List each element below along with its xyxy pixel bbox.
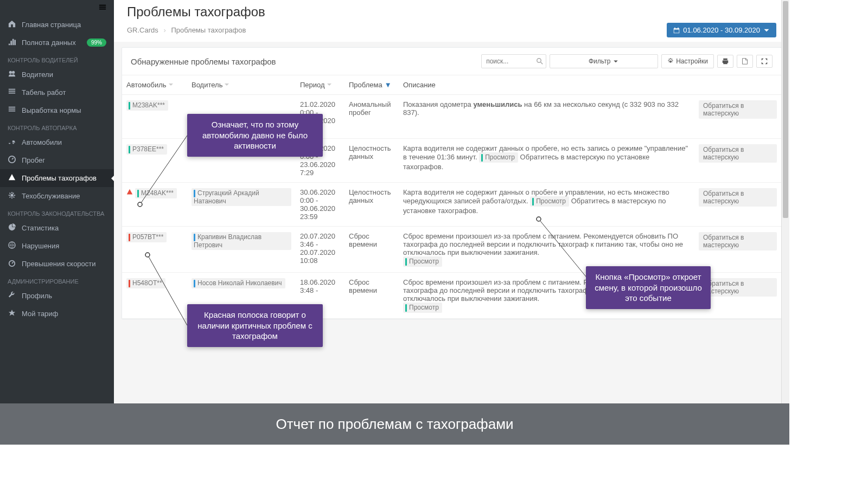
fullscreen-button[interactable] (756, 55, 773, 68)
sidebar-item-label: Превышения скорости (22, 260, 96, 268)
driver-tag[interactable]: Крапивин Владислав Петрович (192, 232, 291, 250)
th-vehicle[interactable]: Автомобиль (122, 75, 187, 95)
driver-tag[interactable]: Носов Николай Николаевич (192, 278, 285, 288)
workshop-button[interactable]: Обратиться в мастерскую (699, 144, 777, 163)
sidebar-item-label: Выработка нормы (22, 106, 81, 114)
period-cell: 20.07.2020 3:46 - 20.07.2020 10:08 (296, 227, 344, 273)
badge: 99% (87, 38, 106, 47)
warning-icon (8, 174, 16, 183)
preview-button[interactable]: Просмотр (403, 303, 442, 313)
vehicle-tag[interactable]: M248AK*** (135, 188, 177, 198)
sidebar-item[interactable]: Нарушения (0, 237, 114, 255)
sidebar-item[interactable]: Выработка нормы (0, 101, 114, 119)
date-range-picker[interactable]: 01.06.2020 - 30.09.2020 (667, 23, 776, 37)
print-button[interactable] (717, 55, 733, 68)
sidebar-item[interactable]: Пробег (0, 151, 114, 169)
sidebar-item-label: Автомобили (22, 138, 62, 146)
th-description[interactable]: Описание (399, 75, 694, 95)
gears-icon (8, 191, 16, 201)
wrench-icon (8, 291, 16, 300)
settings-label: Настройки (676, 57, 708, 65)
preview-button[interactable]: Просмотр (530, 196, 569, 207)
sidebar: Главная страница Полнота данных99% КОНТР… (0, 0, 114, 403)
vehicle-tag[interactable]: P378EE*** (126, 144, 167, 155)
vehicle-tag[interactable]: M238AK*** (126, 100, 168, 111)
footer-caption: Отчет по проблемам с тахографами (0, 403, 789, 445)
globe-icon (8, 241, 16, 251)
home-icon (8, 20, 16, 29)
breadcrumb: GR.Cards › Проблемы тахографов (127, 26, 246, 34)
description-cell: Карта водителя не содержит данных о проб… (399, 183, 694, 227)
page-title: Проблемы тахографов (127, 4, 776, 20)
star-icon (8, 309, 16, 318)
period-cell: 30.06.2020 0:00 - 30.06.2020 23:59 (296, 183, 344, 227)
description-cell: Показания одометра уменьшились на 66 км … (399, 95, 694, 139)
vehicle-tag[interactable]: H548OT** (126, 278, 165, 288)
sidebar-item[interactable]: Профиль (0, 287, 114, 305)
filter-button[interactable]: Фильтр (550, 54, 658, 68)
bars-icon (8, 38, 16, 47)
problem-cell: Сброс времени (344, 272, 399, 318)
export-button[interactable] (737, 55, 753, 68)
sidebar-item-label: Проблемы тахографов (22, 174, 97, 182)
sidebar-item-label: Табель работ (22, 88, 66, 97)
users-icon (8, 70, 16, 79)
sidebar-section-title: КОНТРОЛЬ АВТОПАРКА (0, 119, 114, 133)
vehicle-tag[interactable]: P057BT*** (126, 232, 167, 242)
th-period[interactable]: Период (296, 75, 344, 95)
download-icon (742, 58, 748, 65)
workshop-button[interactable]: Обратиться в мастерскую (699, 188, 777, 207)
sidebar-item[interactable]: Автомобили (0, 133, 114, 151)
sidebar-item-label: Водители (22, 70, 53, 79)
settings-button[interactable]: Настройки (661, 54, 714, 68)
search-input-wrapper (481, 54, 546, 68)
breadcrumb-root[interactable]: GR.Cards (127, 26, 158, 34)
scrollbar[interactable] (781, 0, 789, 403)
sidebar-item[interactable]: Техобслуживание (0, 187, 114, 205)
breadcrumb-current: Проблемы тахографов (171, 26, 246, 34)
sidebar-item-label: Техобслуживание (22, 192, 80, 200)
sidebar-toggle-icon[interactable] (0, 0, 114, 16)
preview-button[interactable]: Просмотр (479, 152, 518, 163)
sidebar-item[interactable]: Табель работ (0, 84, 114, 101)
sidebar-item-label: Профиль (22, 292, 52, 300)
workshop-button[interactable]: Обратиться в мастерскую (699, 232, 777, 251)
workshop-button[interactable]: Обратиться в мастерскую (699, 100, 777, 119)
problem-cell: Целостность данных (344, 139, 399, 183)
description-cell: Карта водителя не содержит данных о проб… (399, 139, 694, 183)
sidebar-section-title: КОНТРОЛЬ ВОДИТЕЛЕЙ (0, 52, 114, 66)
callout-red-stripe: Красная полоска говорит о наличии критич… (187, 304, 323, 347)
sidebar-item[interactable]: Статистика (0, 219, 114, 237)
chevron-down-icon (763, 27, 770, 34)
callout-preview-button: Кнопка «Просмотр» откроет смену, в котор… (586, 266, 711, 309)
sidebar-item[interactable]: Водители (0, 66, 114, 84)
problem-cell: Аномальный пробег (344, 95, 399, 139)
driver-tag[interactable]: Стругацкий Аркадий Натанович (192, 188, 291, 206)
sidebar-item[interactable]: Проблемы тахографов (0, 169, 114, 187)
truck-icon (8, 138, 16, 147)
chevron-right-icon: › (163, 26, 165, 34)
svg-point-6 (537, 59, 541, 63)
calendar-icon (673, 27, 680, 34)
problem-cell: Сброс времени (344, 227, 399, 273)
th-problem[interactable]: Проблема▼ (344, 75, 399, 95)
sidebar-item-label: Нарушения (22, 242, 59, 250)
print-icon (722, 58, 729, 65)
table-row: M248AK*** Стругацкий Аркадий Натанович 3… (122, 183, 781, 227)
dashboard-icon (8, 156, 16, 165)
preview-button[interactable]: Просмотр (403, 256, 442, 267)
gear-icon (667, 58, 674, 65)
sidebar-item[interactable]: Полнота данных99% (0, 34, 114, 52)
sidebar-section-title: КОНТРОЛЬ ЗАКОНОДАТЕЛЬСТВА (0, 205, 114, 219)
sidebar-item[interactable]: Главная страница (0, 16, 114, 34)
expand-icon (761, 58, 768, 65)
list-icon (8, 106, 16, 115)
svg-point-1 (12, 71, 15, 74)
piechart-icon (8, 223, 16, 233)
date-range-label: 01.06.2020 - 30.09.2020 (683, 26, 760, 34)
search-icon (537, 58, 543, 65)
caret-down-icon (612, 58, 619, 65)
sidebar-item[interactable]: Превышения скорости (0, 255, 114, 273)
sidebar-item[interactable]: Мой тариф (0, 305, 114, 323)
th-driver[interactable]: Водитель (187, 75, 296, 95)
